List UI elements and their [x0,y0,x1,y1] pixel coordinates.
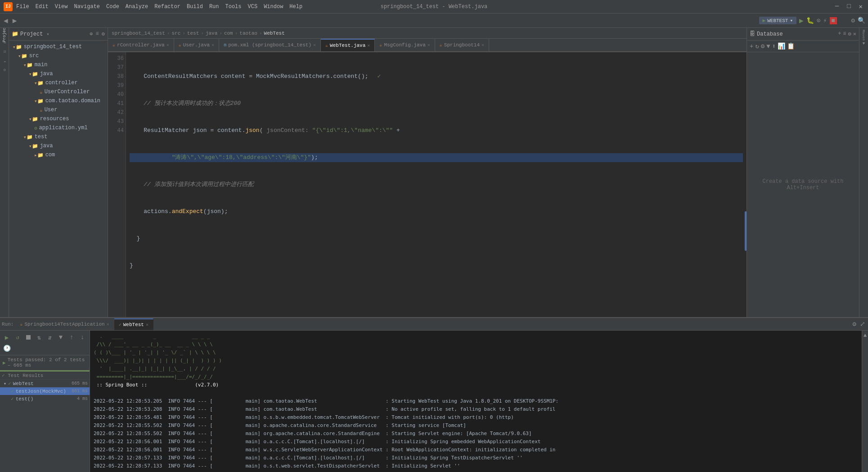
tree-item-main[interactable]: ▾📁 main [9,60,108,69]
tree-item-java[interactable]: ▾📁 java [9,69,108,78]
run-play-button[interactable]: ▶ [2,332,12,342]
run-stop-button[interactable] [23,332,33,342]
right-rail-icon-1[interactable]: Maven [862,30,866,41]
run-filter-button[interactable]: ▼ [56,332,66,342]
tree-item-user[interactable]: ☕ User [9,105,108,114]
run-clock-button[interactable]: 🕐 [2,343,12,353]
tab-close-button[interactable]: ✕ [481,42,484,48]
close-icon[interactable]: ✕ [853,31,856,37]
settings-icon[interactable]: ⚙ [852,319,857,329]
tree-item-resources[interactable]: ▾📁 resources [9,114,108,123]
add-icon[interactable]: + [838,31,841,37]
tree-item-com[interactable]: ▸📁 com [9,150,108,159]
debug-button[interactable]: 🐛 [806,17,814,24]
tab-springboot14[interactable]: ☕ Springboot14 ✕ [435,39,489,51]
settings-icon[interactable]: ⚙ [848,31,851,37]
right-rail-icon-2[interactable]: ▼ [863,41,865,46]
breadcrumb-part[interactable]: java [206,31,217,36]
tab-webtest[interactable]: ☕ WebTest.java ✕ [321,39,375,51]
rail-icon-2[interactable]: ⊡ [0,48,9,56]
tab-close-button[interactable]: ✕ [427,42,430,48]
menu-navigate[interactable]: Navigate [74,4,100,10]
tab-msgconfig[interactable]: ☕ MsgConfig.java ✕ [375,39,435,51]
test-case-test[interactable]: ✓ test() 4 ms [0,395,90,403]
breadcrumb-part[interactable]: src [171,31,180,36]
menu-refactor[interactable]: Refactor [154,4,180,10]
breadcrumb-part[interactable]: springboot_14_test [112,31,165,36]
minimize-button[interactable]: ─ [833,3,841,10]
tab-close-button[interactable]: ✕ [107,322,109,327]
rail-icon-3[interactable]: ☁ [0,57,9,65]
tree-item-domain[interactable]: ▾📁 com.taotao.domain [9,96,108,105]
scroll-up-button[interactable]: ▲ [862,331,868,340]
db-toolbar-icon-6[interactable]: 📊 [778,42,785,50]
run-sort-up-button[interactable]: ⇅ [34,332,44,342]
db-toolbar-icon-4[interactable]: ▼ [766,43,770,50]
menu-analyze[interactable]: Analyze [126,4,148,10]
run-rerun-button[interactable]: ↺ [13,332,22,342]
menu-view[interactable]: View [55,4,68,10]
settings-button[interactable]: ⚙ [851,17,855,24]
db-toolbar-icon-5[interactable]: ⬆ [772,42,776,50]
rail-project-icon[interactable]: Project [0,30,9,38]
breadcrumb-part[interactable]: taotao [239,31,257,36]
tab-close-button[interactable]: ✕ [367,43,370,48]
tree-item-test[interactable]: ▾📁 test [9,132,108,141]
run-collapse-button[interactable]: ↓ [77,332,87,342]
tree-item-appyml[interactable]: ⚙ application.yml [9,123,108,132]
tab-close-button[interactable]: ✕ [166,42,169,48]
locate-icon[interactable]: ⊕ [90,31,93,37]
stop-button[interactable]: ■ [830,17,837,24]
nav-back-button[interactable]: ◀ [3,15,9,26]
collapse-icon[interactable]: ≡ [843,31,846,37]
tree-item-springboot[interactable]: ▾📁 springboot_14_test [9,42,108,51]
menu-vcs[interactable]: VCS [248,4,258,10]
code-editor[interactable]: 36 37 38 39 40 41 42 43 44 ContentResult… [108,52,747,317]
menu-window[interactable]: Window [264,4,283,10]
tab-pom[interactable]: m pom.xml (springboot_14_test) ✕ [219,39,321,51]
tree-item-usercontroller[interactable]: ☕ UserController [9,87,108,96]
project-dropdown-icon[interactable]: ▾ [46,32,49,37]
nav-forward-button[interactable]: ▶ [12,15,18,26]
rail-icon-4[interactable]: ⚙ [0,66,9,74]
db-toolbar-icon-1[interactable]: + [750,43,753,50]
db-toolbar-icon-7[interactable]: 📋 [787,42,795,50]
collapse-icon[interactable]: ≡ [96,31,99,37]
profile-button[interactable]: ⚡ [823,17,827,24]
tree-item-src[interactable]: ▾📁 src [9,51,108,60]
maximize-button[interactable]: □ [845,3,852,10]
run-config-dropdown-icon[interactable]: ▾ [790,18,793,23]
run-config-selector[interactable]: ▶ WEBTEST ▾ [759,17,796,24]
menu-tools[interactable]: Tools [225,4,242,10]
expand-icon[interactable]: ⤢ [859,319,866,329]
menu-edit[interactable]: Edit [36,4,49,10]
coverage-button[interactable]: ⊙ [817,17,820,24]
tab-springboot-app[interactable]: ☕ Springboot14TestApplication ✕ [15,318,114,330]
db-toolbar-icon-2[interactable]: ↻ [755,42,759,50]
test-suite-webtest[interactable]: ▾ ✓ WebTest 665 ms [0,380,90,387]
breadcrumb-part[interactable]: test [187,31,199,36]
tab-user[interactable]: ☕ User.java ✕ [174,39,219,51]
test-case-testjosn[interactable]: ✓ testJosn(MockMvc) 661 ms [0,387,90,395]
run-expand-button[interactable]: ↑ [67,332,76,342]
menu-build[interactable]: Build [187,4,203,10]
db-toolbar-icon-3[interactable]: ⚙ [761,42,765,50]
menu-run[interactable]: Run [209,4,219,10]
tab-close-button[interactable]: ✕ [313,42,316,48]
tree-item-controller[interactable]: ▾📁 controller [9,78,108,87]
menu-code[interactable]: Code [106,4,119,10]
gear-icon[interactable]: ⚙ [102,31,105,37]
tree-item-java2[interactable]: ▾📁 java [9,141,108,150]
code-content[interactable]: ContentResultMatchers content = MockMvcR… [126,52,747,317]
run-button[interactable]: ▶ [799,16,804,25]
tab-webtest-run[interactable]: ✓ WebTest ✕ [114,318,153,330]
window-controls[interactable]: ─ □ ✕ [833,3,864,10]
breadcrumb-part[interactable]: com [224,31,233,36]
menu-help[interactable]: Help [289,4,302,10]
menu-file[interactable]: File [16,4,29,10]
close-button[interactable]: ✕ [857,3,864,10]
run-sort-down-button[interactable]: ⇵ [45,332,55,342]
run-output[interactable]: . ____ _ __ _ _ /\\ / ___'_ __ _ _(_)_ _… [90,331,862,472]
tab-close-button[interactable]: ✕ [211,42,214,48]
tab-rcontroller[interactable]: ☕ rController.java ✕ [108,39,174,51]
